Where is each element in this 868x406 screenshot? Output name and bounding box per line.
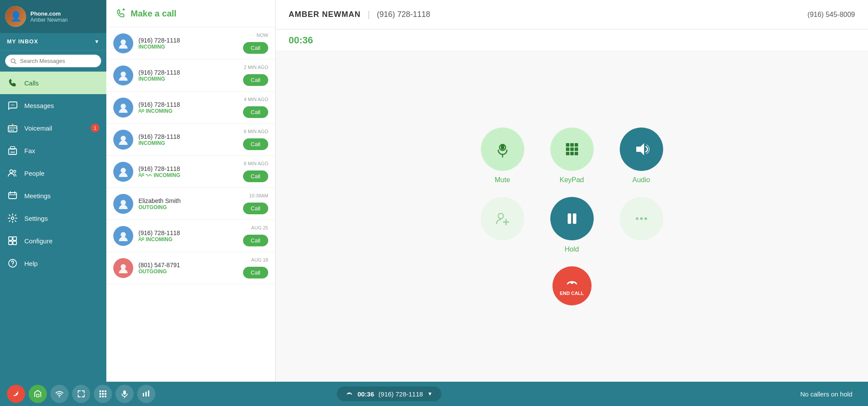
- svg-rect-69: [99, 393, 101, 395]
- bottom-keypad-button[interactable]: [94, 385, 112, 403]
- voicemail-icon: [7, 122, 18, 134]
- svg-point-35: [121, 168, 126, 173]
- keypad-button[interactable]: KeyPad: [550, 128, 594, 184]
- svg-rect-23: [9, 241, 12, 245]
- meetings-icon: [7, 190, 18, 201]
- add-button[interactable]: [481, 197, 524, 240]
- svg-rect-49: [566, 147, 569, 151]
- controls-row-1: Mute: [481, 128, 663, 184]
- sidebar-item-fax[interactable]: Fax: [0, 139, 106, 162]
- svg-rect-60: [573, 213, 576, 224]
- search-box[interactable]: [5, 55, 101, 67]
- messages-icon: [7, 100, 18, 111]
- svg-rect-78: [145, 392, 147, 396]
- call-name: (916) 728-1118: [138, 165, 238, 172]
- make-call-label: Make a call: [131, 9, 177, 19]
- svg-rect-22: [13, 237, 16, 240]
- list-item: (916) 728-1118 INCOMING 4 MIN AGO Call: [106, 92, 275, 124]
- call-avatar: [113, 130, 133, 150]
- sidebar-item-calls[interactable]: Calls: [0, 72, 106, 94]
- svg-rect-52: [566, 152, 569, 155]
- svg-point-41: [142, 237, 144, 239]
- wifi-button[interactable]: [50, 385, 69, 403]
- call-timer: 00:36: [289, 35, 313, 46]
- svg-rect-53: [570, 152, 574, 155]
- svg-point-61: [636, 217, 638, 220]
- mic-bottom-button[interactable]: [115, 385, 134, 403]
- call-number-header: (916) 728-1118: [377, 10, 430, 19]
- active-call-pill[interactable]: 00:36 (916) 728-1118 ▼: [337, 386, 441, 401]
- call-button[interactable]: Call: [243, 42, 268, 54]
- call-info: (916) 728-1118 INCOMING: [138, 165, 238, 178]
- active-call-timer: 00:36: [358, 390, 374, 398]
- sidebar-item-label-messages: Messages: [24, 102, 54, 109]
- svg-rect-68: [105, 390, 106, 392]
- svg-point-65: [59, 396, 60, 397]
- svg-point-14: [10, 170, 13, 173]
- mute-button[interactable]: Mute: [481, 128, 524, 184]
- call-status: INCOMING: [138, 108, 238, 114]
- audio-button[interactable]: Audio: [620, 128, 663, 184]
- svg-point-40: [139, 237, 141, 239]
- call-button[interactable]: Call: [243, 74, 268, 86]
- call-name: Elizabeth Smith: [138, 197, 238, 204]
- call-status: INCOMING: [138, 140, 238, 146]
- more-button[interactable]: [620, 197, 663, 240]
- inbox-selector[interactable]: MY INBOX ▼: [0, 33, 106, 50]
- mute-circle: [481, 128, 524, 171]
- svg-rect-67: [102, 390, 104, 392]
- call-button[interactable]: Call: [243, 235, 268, 246]
- svg-rect-79: [148, 390, 149, 396]
- avatar: 👤: [5, 6, 26, 27]
- end-call-button[interactable]: END CALL: [552, 266, 592, 305]
- svg-rect-51: [575, 147, 578, 151]
- main-call-area: AMBER NEWMAN | (916) 728-1118 (916) 545-…: [276, 0, 868, 382]
- hold-button[interactable]: Hold: [550, 197, 594, 253]
- call-button[interactable]: Call: [243, 138, 268, 150]
- call-status: INCOMING: [138, 172, 238, 178]
- sidebar-item-label-fax: Fax: [24, 147, 35, 154]
- call-avatar: [113, 226, 133, 246]
- list-item: (801) 547-8791 OUTGOING AUG 18 Call: [106, 252, 275, 284]
- sidebar-item-configure[interactable]: Configure: [0, 229, 106, 252]
- call-avatar: [113, 162, 133, 182]
- svg-point-9: [13, 130, 14, 131]
- call-time: NOW: [256, 33, 268, 38]
- audio-label: Audio: [632, 176, 650, 184]
- call-item-right: AUG 18 Call: [243, 257, 268, 278]
- sidebar-item-messages[interactable]: Messages: [0, 94, 106, 117]
- search-input[interactable]: [20, 58, 96, 64]
- svg-rect-77: [143, 393, 144, 396]
- call-time: 10:38AM: [249, 193, 268, 198]
- sidebar-item-settings[interactable]: Settings: [0, 207, 106, 229]
- transfer-button[interactable]: [29, 385, 47, 403]
- end-call-label: END CALL: [560, 291, 584, 296]
- sidebar-item-meetings[interactable]: Meetings: [0, 184, 106, 207]
- chevron-down-icon[interactable]: ▼: [427, 391, 433, 397]
- sidebar: 👤 Phone.com Amber Newman MY INBOX ▼: [0, 0, 106, 382]
- hold-circle: [550, 197, 594, 240]
- sidebar-item-help[interactable]: Help: [0, 252, 106, 275]
- call-item-right: AUG 25 Call: [243, 225, 268, 246]
- sidebar-item-voicemail[interactable]: Voicemail 1: [0, 117, 106, 139]
- call-time: 4 MIN AGO: [244, 97, 268, 102]
- call-button[interactable]: Call: [243, 267, 268, 278]
- call-time: 2 MIN AGO: [244, 65, 268, 70]
- call-status: INCOMING: [138, 236, 238, 242]
- keypad-label: KeyPad: [559, 176, 584, 184]
- call-name: (916) 728-1118: [138, 69, 238, 76]
- more-bottom-button[interactable]: [137, 385, 155, 403]
- more-circle: [620, 197, 663, 240]
- inbox-label: MY INBOX: [7, 38, 38, 45]
- call-button[interactable]: Call: [243, 170, 268, 182]
- sidebar-item-people[interactable]: People: [0, 162, 106, 184]
- expand-button[interactable]: [72, 385, 90, 403]
- voicemail-badge: 1: [91, 124, 99, 132]
- list-item: (916) 728-1118 INCOMING AUG 25 Call: [106, 220, 275, 252]
- svg-rect-71: [105, 393, 106, 395]
- svg-rect-74: [105, 396, 106, 397]
- hangup-button[interactable]: [7, 385, 25, 403]
- call-button[interactable]: Call: [243, 106, 268, 118]
- company-name: Phone.com: [30, 10, 68, 17]
- call-button[interactable]: Call: [243, 203, 268, 214]
